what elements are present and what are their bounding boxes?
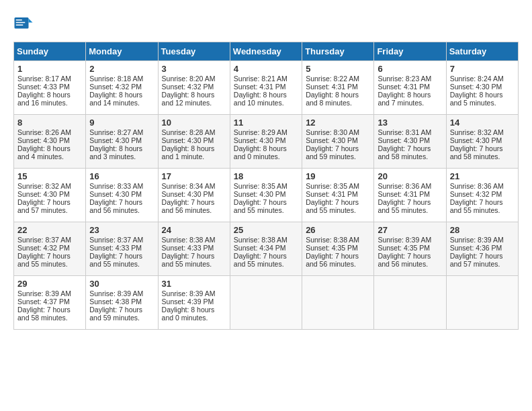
day-number: 19 bbox=[306, 171, 370, 181]
day-number: 12 bbox=[306, 118, 370, 128]
calendar-week-row: 29 Sunrise: 8:39 AM Sunset: 4:37 PM Dayl… bbox=[14, 276, 519, 330]
sunset-label: Sunset: 4:37 PM bbox=[17, 298, 70, 306]
sunrise-label: Sunrise: 8:17 AM bbox=[17, 75, 71, 83]
header-sunday: Sunday bbox=[14, 42, 86, 61]
daylight-label: Daylight: 8 hours and 1 minute. bbox=[162, 144, 215, 161]
day-number: 24 bbox=[162, 225, 226, 235]
calendar-cell: 26 Sunrise: 8:38 AM Sunset: 4:35 PM Dayl… bbox=[302, 222, 374, 276]
sunrise-label: Sunrise: 8:23 AM bbox=[378, 75, 431, 83]
calendar-cell: 29 Sunrise: 8:39 AM Sunset: 4:37 PM Dayl… bbox=[14, 276, 86, 330]
daylight-label: Daylight: 7 hours and 55 minutes. bbox=[162, 252, 215, 268]
sunset-label: Sunset: 4:31 PM bbox=[378, 190, 430, 198]
daylight-label: Daylight: 7 hours and 57 minutes. bbox=[450, 252, 503, 268]
day-number: 15 bbox=[17, 171, 82, 181]
sunrise-label: Sunrise: 8:39 AM bbox=[378, 236, 431, 244]
sunrise-label: Sunrise: 8:39 AM bbox=[162, 289, 216, 298]
calendar-cell: 23 Sunrise: 8:37 AM Sunset: 4:33 PM Dayl… bbox=[86, 222, 158, 276]
sunset-label: Sunset: 4:30 PM bbox=[234, 190, 286, 198]
sunset-label: Sunset: 4:35 PM bbox=[306, 244, 358, 252]
daylight-label: Daylight: 8 hours and 14 minutes. bbox=[89, 91, 142, 107]
sunset-label: Sunset: 4:36 PM bbox=[450, 244, 502, 252]
day-number: 22 bbox=[17, 225, 82, 235]
daylight-label: Daylight: 8 hours and 3 minutes. bbox=[89, 144, 142, 161]
calendar-week-row: 1 Sunrise: 8:17 AM Sunset: 4:33 PM Dayli… bbox=[14, 61, 519, 115]
day-number: 9 bbox=[89, 118, 154, 128]
day-number: 20 bbox=[378, 171, 442, 181]
daylight-label: Daylight: 7 hours and 55 minutes. bbox=[306, 198, 359, 214]
sunset-label: Sunset: 4:31 PM bbox=[306, 83, 358, 91]
sunset-label: Sunset: 4:30 PM bbox=[306, 136, 358, 144]
calendar-cell: 21 Sunrise: 8:36 AM Sunset: 4:32 PM Dayl… bbox=[446, 169, 518, 222]
sunrise-label: Sunrise: 8:34 AM bbox=[162, 182, 216, 190]
daylight-label: Daylight: 7 hours and 56 minutes. bbox=[306, 252, 359, 268]
daylight-label: Daylight: 7 hours and 56 minutes. bbox=[378, 252, 431, 268]
header-saturday: Saturday bbox=[446, 42, 518, 61]
calendar-cell: 27 Sunrise: 8:39 AM Sunset: 4:35 PM Dayl… bbox=[374, 222, 446, 276]
calendar-cell: 5 Sunrise: 8:22 AM Sunset: 4:31 PM Dayli… bbox=[302, 61, 374, 115]
daylight-label: Daylight: 8 hours and 7 minutes. bbox=[378, 91, 431, 107]
calendar-cell: 2 Sunrise: 8:18 AM Sunset: 4:32 PM Dayli… bbox=[86, 61, 158, 115]
sunrise-label: Sunrise: 8:39 AM bbox=[89, 289, 143, 298]
sunrise-label: Sunrise: 8:38 AM bbox=[306, 236, 359, 244]
day-number: 18 bbox=[234, 171, 298, 181]
day-number: 16 bbox=[89, 171, 154, 181]
sunset-label: Sunset: 4:39 PM bbox=[162, 298, 214, 306]
day-number: 8 bbox=[17, 118, 82, 128]
sunset-label: Sunset: 4:38 PM bbox=[89, 298, 142, 306]
header bbox=[13, 13, 519, 34]
sunset-label: Sunset: 4:30 PM bbox=[162, 136, 214, 144]
calendar-cell: 12 Sunrise: 8:30 AM Sunset: 4:30 PM Dayl… bbox=[302, 115, 374, 169]
sunrise-label: Sunrise: 8:28 AM bbox=[162, 128, 216, 136]
sunrise-label: Sunrise: 8:36 AM bbox=[378, 182, 431, 190]
calendar-cell: 6 Sunrise: 8:23 AM Sunset: 4:31 PM Dayli… bbox=[374, 61, 446, 115]
logo-icon bbox=[13, 13, 34, 34]
sunrise-label: Sunrise: 8:20 AM bbox=[162, 75, 216, 83]
calendar-cell: 25 Sunrise: 8:38 AM Sunset: 4:34 PM Dayl… bbox=[230, 222, 302, 276]
day-number: 23 bbox=[89, 225, 154, 235]
sunset-label: Sunset: 4:33 PM bbox=[17, 83, 70, 91]
calendar-cell: 1 Sunrise: 8:17 AM Sunset: 4:33 PM Dayli… bbox=[14, 61, 86, 115]
daylight-label: Daylight: 7 hours and 56 minutes. bbox=[162, 198, 215, 214]
sunset-label: Sunset: 4:31 PM bbox=[306, 190, 358, 198]
sunset-label: Sunset: 4:30 PM bbox=[450, 136, 502, 144]
sunset-label: Sunset: 4:30 PM bbox=[378, 136, 430, 144]
sunset-label: Sunset: 4:34 PM bbox=[234, 244, 286, 252]
daylight-label: Daylight: 8 hours and 16 minutes. bbox=[17, 91, 71, 107]
calendar-cell: 19 Sunrise: 8:35 AM Sunset: 4:31 PM Dayl… bbox=[302, 169, 374, 222]
daylight-label: Daylight: 7 hours and 55 minutes. bbox=[89, 252, 142, 268]
calendar-cell: 11 Sunrise: 8:29 AM Sunset: 4:30 PM Dayl… bbox=[230, 115, 302, 169]
calendar-cell bbox=[302, 276, 374, 330]
day-number: 6 bbox=[378, 64, 442, 74]
sunset-label: Sunset: 4:30 PM bbox=[89, 136, 142, 144]
sunset-label: Sunset: 4:31 PM bbox=[234, 83, 286, 91]
calendar-cell: 3 Sunrise: 8:20 AM Sunset: 4:32 PM Dayli… bbox=[158, 61, 230, 115]
calendar-cell bbox=[230, 276, 302, 330]
calendar-cell: 31 Sunrise: 8:39 AM Sunset: 4:39 PM Dayl… bbox=[158, 276, 230, 330]
day-number: 7 bbox=[450, 64, 515, 74]
logo bbox=[13, 13, 519, 34]
daylight-label: Daylight: 8 hours and 10 minutes. bbox=[234, 91, 287, 107]
daylight-label: Daylight: 7 hours and 55 minutes. bbox=[378, 198, 431, 214]
daylight-label: Daylight: 8 hours and 4 minutes. bbox=[17, 144, 71, 161]
day-number: 10 bbox=[162, 118, 226, 128]
calendar-cell bbox=[374, 276, 446, 330]
sunset-label: Sunset: 4:32 PM bbox=[89, 83, 142, 91]
sunrise-label: Sunrise: 8:30 AM bbox=[306, 128, 359, 136]
calendar-cell bbox=[446, 276, 518, 330]
sunset-label: Sunset: 4:32 PM bbox=[162, 83, 214, 91]
day-number: 25 bbox=[234, 225, 298, 235]
svg-rect-2 bbox=[16, 19, 22, 21]
day-number: 28 bbox=[450, 225, 515, 235]
sunset-label: Sunset: 4:33 PM bbox=[89, 244, 142, 252]
day-number: 14 bbox=[450, 118, 515, 128]
daylight-label: Daylight: 7 hours and 55 minutes. bbox=[234, 252, 287, 268]
header-friday: Friday bbox=[374, 42, 446, 61]
sunrise-label: Sunrise: 8:32 AM bbox=[17, 182, 71, 190]
calendar-week-row: 8 Sunrise: 8:26 AM Sunset: 4:30 PM Dayli… bbox=[14, 115, 519, 169]
sunrise-label: Sunrise: 8:29 AM bbox=[234, 128, 287, 136]
day-number: 11 bbox=[234, 118, 298, 128]
calendar-cell: 24 Sunrise: 8:38 AM Sunset: 4:33 PM Dayl… bbox=[158, 222, 230, 276]
sunset-label: Sunset: 4:35 PM bbox=[378, 244, 430, 252]
calendar-cell: 17 Sunrise: 8:34 AM Sunset: 4:30 PM Dayl… bbox=[158, 169, 230, 222]
sunset-label: Sunset: 4:32 PM bbox=[450, 190, 502, 198]
